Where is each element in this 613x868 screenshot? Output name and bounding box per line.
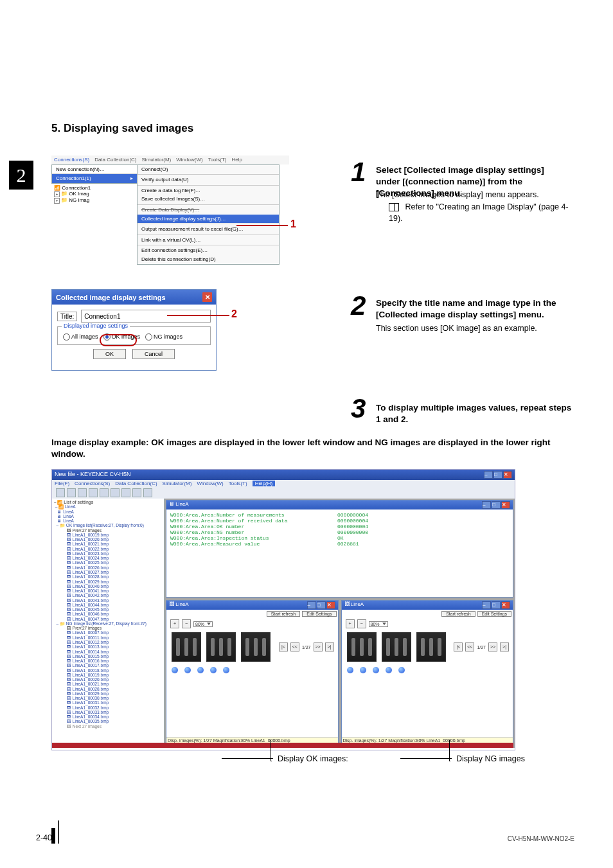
- thumbnail-dot[interactable]: [210, 667, 217, 673]
- menu-window[interactable]: Window(W): [176, 157, 202, 163]
- edit-settings-button[interactable]: Edit Settings: [477, 611, 511, 617]
- tree-file[interactable]: 🖼 LineA1_00029.bmp: [54, 580, 162, 584]
- thumbnail-dot[interactable]: [223, 667, 229, 673]
- last-page-btn[interactable]: >|: [325, 642, 334, 651]
- toolbar-button[interactable]: [67, 488, 76, 497]
- zoom-select[interactable]: 80%: [193, 621, 213, 627]
- zoom-in-btn[interactable]: +: [346, 619, 355, 628]
- tree-file[interactable]: 🖼 LineA1_00045.bmp: [54, 607, 162, 612]
- tree-pane[interactable]: – 📶 List of settings – 📶 LineA 🖥 LineA 🖥…: [52, 499, 164, 748]
- tree-file[interactable]: 🖼 LineA1_00020.bmp: [54, 537, 162, 542]
- start-refresh-button[interactable]: Start refresh: [267, 611, 301, 617]
- menu-tools[interactable]: Tools(T): [208, 157, 227, 163]
- thumbnail[interactable]: [172, 632, 201, 662]
- menu-simulator[interactable]: Simulator(M): [142, 157, 172, 163]
- minimize-icon[interactable]: –: [482, 501, 491, 509]
- minimize-icon[interactable]: –: [482, 601, 491, 609]
- thumbnail-dot[interactable]: [197, 667, 204, 673]
- tree-ng[interactable]: +📁 NG Imag: [54, 197, 135, 204]
- tree-file[interactable]: 🖼 LineA1_00032.bmp: [54, 705, 162, 710]
- tree-line-a[interactable]: LineA: [65, 504, 76, 509]
- thumbnail[interactable]: [416, 632, 446, 662]
- tree-file[interactable]: 🖼 LineA1_00013.bmp: [54, 644, 162, 649]
- thumbnail[interactable]: [382, 632, 411, 662]
- tree-file[interactable]: 🖼 LineA1_00024.bmp: [54, 556, 162, 560]
- menu-connections[interactable]: Connections(S): [54, 157, 89, 163]
- thumbnail-dot[interactable]: [386, 667, 392, 673]
- close-icon[interactable]: ✕: [501, 501, 510, 509]
- menu-data-collection[interactable]: Data Collection(C): [94, 157, 136, 163]
- cancel-button[interactable]: Cancel: [132, 349, 175, 359]
- submenu-create-log[interactable]: Create a data log file(F)…: [138, 186, 279, 195]
- maximize-icon[interactable]: □: [492, 601, 501, 609]
- tree-file[interactable]: 🖼 LineA1_00046.bmp: [54, 612, 162, 616]
- tree-root[interactable]: 📶 Connection1: [54, 185, 135, 191]
- tree-file[interactable]: 🖼 LineA1_00025.bmp: [54, 560, 162, 565]
- menu-item-connection1[interactable]: Connection1(1) ▸: [52, 174, 137, 183]
- toolbar-button[interactable]: [132, 488, 141, 497]
- tree-file[interactable]: 🖼 LineA1_00023.bmp: [54, 551, 162, 556]
- next-page-btn[interactable]: >>: [488, 642, 497, 651]
- submenu-link-virtual[interactable]: Link with a virtual CV(L)…: [138, 236, 279, 245]
- tree-file[interactable]: 🖼 LineA1_00021.bmp: [54, 682, 162, 686]
- radio-ng-images[interactable]: NG images: [145, 333, 182, 341]
- submenu-save-collected[interactable]: Save collected Images(S)…: [138, 195, 279, 204]
- tree-file[interactable]: 🖼 LineA1_00018.bmp: [54, 668, 162, 673]
- thumbnail-dot[interactable]: [347, 667, 353, 673]
- toolbar-button[interactable]: [143, 488, 152, 497]
- menu-file[interactable]: File(F): [55, 481, 69, 486]
- menu-help[interactable]: Help: [232, 157, 242, 163]
- submenu-connect[interactable]: Connect(O): [138, 165, 279, 174]
- minimize-icon[interactable]: –: [484, 471, 493, 479]
- toolbar-button[interactable]: [121, 488, 130, 497]
- submenu-output-excel[interactable]: Output measurement result to excel file(…: [138, 225, 279, 234]
- thumbnail-dot[interactable]: [360, 667, 366, 673]
- toolbar-button[interactable]: [89, 488, 98, 497]
- thumbnail[interactable]: [241, 632, 271, 662]
- tree-file[interactable]: 🖼 LineA1_00041.bmp: [54, 589, 162, 593]
- maximize-icon[interactable]: □: [492, 501, 501, 509]
- tree-file[interactable]: 🖼 LineA1_00030.bmp: [54, 696, 162, 700]
- menu-data-collection[interactable]: Data Collection(C): [115, 481, 157, 486]
- tree-file[interactable]: 🖼 LineA1_00028.bmp: [54, 574, 162, 579]
- tree-file[interactable]: 🖼 LineA1_00029.bmp: [54, 691, 162, 696]
- menu-simulator[interactable]: Simulator(M): [163, 481, 192, 486]
- maximize-icon[interactable]: □: [317, 601, 326, 609]
- menu-item-new-connection[interactable]: New connection(N)…: [52, 165, 137, 174]
- zoom-out-btn[interactable]: −: [182, 619, 191, 628]
- submenu-verify[interactable]: Verify output data(U): [138, 175, 279, 184]
- thumbnail-dot[interactable]: [184, 667, 191, 673]
- tree-file[interactable]: 🖼 LineA1_00035.bmp: [54, 719, 162, 723]
- tree-file[interactable]: 🖼 LineA1_00044.bmp: [54, 603, 162, 607]
- tree-file[interactable]: 🖼 LineA1_00028.bmp: [54, 687, 162, 691]
- start-refresh-button[interactable]: Start refresh: [441, 611, 475, 617]
- tree-file[interactable]: 🖼 LineA1_00017.bmp: [54, 663, 162, 668]
- menu-connections[interactable]: Connections(S): [75, 481, 110, 486]
- thumbnail-dot[interactable]: [398, 667, 405, 673]
- tree-file[interactable]: 🖼 LineA1_00040.bmp: [54, 584, 162, 589]
- tree-file[interactable]: 🖼 LineA1_00016.bmp: [54, 659, 162, 663]
- thumbnail-dot[interactable]: [373, 667, 379, 673]
- tree-file[interactable]: 🖼 LineA1_00012.bmp: [54, 640, 162, 644]
- menu-help[interactable]: Help(H): [253, 481, 276, 486]
- zoom-out-btn[interactable]: −: [357, 619, 366, 628]
- title-input[interactable]: [81, 310, 211, 323]
- zoom-select[interactable]: 80%: [369, 621, 388, 627]
- submenu-collected-settings[interactable]: Collected image display settings(J)…: [138, 215, 279, 224]
- zoom-in-btn[interactable]: +: [170, 619, 179, 628]
- thumbnail[interactable]: [206, 632, 236, 662]
- last-page-btn[interactable]: >|: [500, 642, 509, 651]
- tree-file[interactable]: 🖼 LineA1_00031.bmp: [54, 700, 162, 705]
- tree-file[interactable]: 🖼 LineA1_00043.bmp: [54, 598, 162, 603]
- tree-file[interactable]: 🖼 LineA1_00014.bmp: [54, 650, 162, 654]
- close-icon[interactable]: ✕: [202, 292, 212, 302]
- first-page-btn[interactable]: |<: [279, 642, 288, 651]
- minimize-icon[interactable]: –: [307, 601, 316, 609]
- toolbar-button[interactable]: [78, 488, 87, 497]
- submenu-edit-settings[interactable]: Edit connection settings(E)…: [138, 246, 279, 255]
- tree-file[interactable]: 🖼 LineA1_00015.bmp: [54, 654, 162, 659]
- tree-file[interactable]: 🖼 LineA1_00019.bmp: [54, 533, 162, 537]
- tree-file[interactable]: 🖼 LineA1_00011.bmp: [54, 635, 162, 640]
- toolbar-button[interactable]: [100, 488, 109, 497]
- menu-tools[interactable]: Tools(T): [229, 481, 247, 486]
